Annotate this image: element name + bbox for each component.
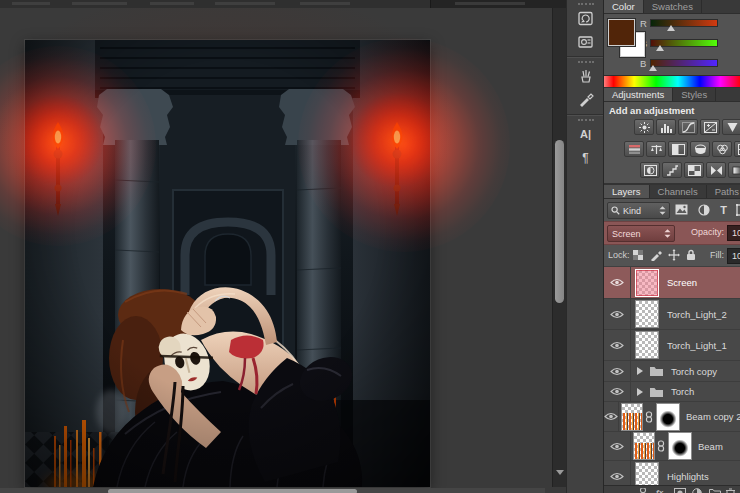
layer-thumbnail[interactable] [633, 432, 655, 460]
layer-thumbnail[interactable] [635, 331, 659, 359]
canvas-vertical-scrollbar[interactable] [552, 8, 566, 487]
invert-icon[interactable] [640, 162, 660, 178]
visibility-toggle[interactable] [604, 382, 631, 401]
layer-row-torch-copy[interactable]: Torch copy [604, 361, 740, 382]
new-adjustment-layer-icon[interactable] [692, 488, 702, 493]
layer-name[interactable]: Highlights [667, 471, 709, 482]
black-white-icon[interactable] [668, 141, 688, 157]
opacity-value-field[interactable]: 100% [727, 225, 740, 241]
layer-thumbnail[interactable] [635, 462, 659, 485]
canvas-horizontal-scrollbar[interactable] [0, 488, 545, 493]
vertical-scrollbar-thumb[interactable] [555, 140, 564, 303]
layer-thumbnail[interactable] [635, 269, 659, 297]
layer-row-torch-light-1[interactable]: Torch_Light_1 [604, 330, 740, 361]
tab-color[interactable]: Color [604, 0, 644, 13]
visibility-toggle[interactable] [604, 432, 631, 460]
mask-link-icon[interactable] [657, 440, 665, 452]
tab-adjustments[interactable]: Adjustments [604, 88, 673, 101]
vibrance-icon[interactable] [722, 119, 740, 135]
color-balance-icon[interactable] [646, 141, 666, 157]
layer-name[interactable]: Beam [698, 441, 723, 452]
green-slider-thumb[interactable] [656, 45, 664, 51]
add-layer-mask-icon[interactable] [674, 488, 686, 493]
layer-name[interactable]: Screen [667, 277, 697, 288]
gradient-map-icon[interactable] [728, 162, 740, 178]
dock-group-handle[interactable] [578, 3, 594, 5]
foreground-color-swatch[interactable] [608, 19, 635, 46]
levels-icon[interactable] [656, 119, 676, 135]
delete-layer-icon[interactable] [726, 488, 735, 493]
red-slider[interactable] [650, 19, 718, 27]
layer-row-highlights[interactable]: Highlights [604, 461, 740, 485]
lock-pixels-brush-icon[interactable] [649, 248, 663, 262]
layer-row-torch-light-2[interactable]: Torch_Light_2 [604, 299, 740, 330]
layer-mask-thumbnail[interactable] [656, 403, 680, 431]
layer-name[interactable]: Torch copy [671, 366, 717, 377]
layer-row-beam[interactable]: Beam [604, 432, 740, 461]
curves-icon[interactable] [678, 119, 698, 135]
tab-channels[interactable]: Channels [650, 185, 707, 198]
visibility-toggle[interactable] [604, 402, 619, 431]
clone-source-panel-icon[interactable] [572, 31, 600, 53]
visibility-toggle[interactable] [604, 361, 631, 381]
layer-row-beam-copy-2[interactable]: Beam copy 2 [604, 402, 740, 432]
selective-color-icon[interactable] [706, 162, 726, 178]
lock-transparency-icon[interactable] [631, 248, 645, 262]
visibility-toggle[interactable] [604, 461, 631, 485]
options-bar-smudge [215, 2, 275, 5]
scrollbar-down-arrow-icon[interactable] [556, 470, 564, 475]
shape-layer-filter-icon[interactable] [734, 202, 740, 217]
layer-name[interactable]: Beam copy 2 [686, 411, 740, 422]
layer-name[interactable]: Torch_Light_2 [667, 309, 727, 320]
hue-saturation-icon[interactable] [624, 141, 644, 157]
layer-style-fx-icon[interactable]: fx [656, 488, 663, 493]
channel-mixer-icon[interactable] [712, 141, 732, 157]
tab-styles[interactable]: Styles [673, 88, 716, 101]
pixel-layer-filter-icon[interactable] [674, 202, 689, 217]
tab-swatches[interactable]: Swatches [644, 0, 702, 13]
visibility-toggle[interactable] [604, 299, 631, 329]
layer-name[interactable]: Torch [671, 386, 694, 397]
layer-row-torch[interactable]: Torch [604, 382, 740, 402]
dock-group-handle[interactable] [578, 61, 594, 63]
blue-slider-thumb[interactable] [649, 65, 657, 71]
layer-name[interactable]: Torch_Light_1 [667, 340, 727, 351]
brush-panel-icon[interactable] [572, 89, 600, 111]
exposure-icon[interactable] [700, 119, 720, 135]
layer-thumbnail[interactable] [621, 403, 643, 431]
lock-position-icon[interactable] [667, 248, 681, 262]
color-lookup-icon[interactable] [734, 141, 740, 157]
paragraph-panel-icon[interactable]: ¶ [572, 147, 600, 169]
visibility-toggle[interactable] [604, 330, 631, 360]
brightness-contrast-icon[interactable] [634, 119, 654, 135]
fill-value-field[interactable]: 100% [727, 248, 740, 264]
lock-label: Lock: [608, 250, 630, 260]
color-spectrum-ramp[interactable] [604, 75, 740, 87]
tab-paths[interactable]: Paths [707, 185, 740, 198]
layer-thumbnail[interactable] [635, 300, 659, 328]
photo-filter-icon[interactable] [690, 141, 710, 157]
document-canvas[interactable] [25, 40, 430, 487]
tab-layers[interactable]: Layers [604, 185, 650, 198]
type-layer-filter-icon[interactable]: T [716, 202, 731, 217]
mask-link-icon[interactable] [645, 411, 653, 423]
red-slider-thumb[interactable] [667, 25, 675, 31]
group-expand-arrow-icon[interactable] [637, 367, 643, 375]
kind-filter-dropdown[interactable]: Kind [607, 202, 670, 219]
threshold-icon[interactable] [684, 162, 704, 178]
character-panel-icon[interactable]: A| [572, 123, 600, 145]
adjustment-layer-filter-icon[interactable] [696, 202, 711, 217]
link-layers-icon[interactable] [638, 488, 648, 493]
group-expand-arrow-icon[interactable] [637, 388, 643, 396]
blend-mode-dropdown[interactable]: Screen [607, 225, 675, 242]
new-group-icon[interactable] [709, 488, 721, 493]
visibility-toggle[interactable] [604, 267, 631, 298]
blue-slider[interactable] [650, 59, 718, 67]
history-panel-icon[interactable] [572, 7, 600, 29]
tool-presets-panel-icon[interactable] [572, 65, 600, 87]
layer-mask-thumbnail[interactable] [668, 432, 692, 460]
dock-group-handle[interactable] [578, 119, 594, 121]
layer-row-screen[interactable]: Screen [604, 267, 740, 299]
horizontal-scrollbar-thumb[interactable] [108, 489, 357, 493]
posterize-icon[interactable] [662, 162, 682, 178]
